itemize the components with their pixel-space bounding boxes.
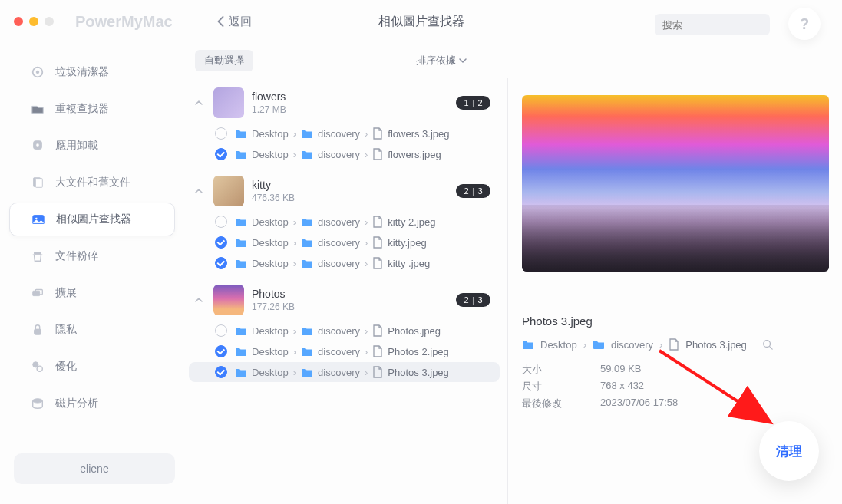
group-size: 177.26 KB	[252, 301, 295, 312]
checkbox[interactable]	[215, 216, 227, 228]
file-row[interactable]: Desktop›discovery›flowers.jpeg	[189, 144, 500, 164]
sidebar-icon	[31, 286, 45, 300]
search-field[interactable]	[662, 19, 791, 31]
chevron-right-icon: ›	[583, 339, 586, 351]
chevron-right-icon: ›	[293, 149, 296, 160]
detail-row: 最後修改2023/07/06 17:58	[522, 395, 822, 412]
checkbox[interactable]	[215, 236, 227, 249]
detail-row: 大小59.09 KB	[522, 361, 822, 378]
filename: Photos 3.jpeg	[388, 367, 449, 378]
sidebar-item-1[interactable]: 重複查找器	[9, 92, 175, 126]
chevron-up-icon[interactable]	[192, 186, 206, 196]
chevron-right-icon: ›	[659, 339, 662, 351]
user-chip[interactable]: eliene	[14, 453, 175, 484]
svg-point-14	[37, 366, 42, 371]
file-row[interactable]: Desktop›discovery›flowers 3.jpeg	[189, 124, 500, 143]
checkbox[interactable]	[215, 366, 227, 378]
sidebar-icon	[31, 249, 45, 263]
checkbox[interactable]	[215, 345, 227, 357]
file-path: Desktop›discovery›kitty 2.jpeg	[235, 216, 435, 228]
sidebar-item-5[interactable]: 文件粉碎	[9, 239, 175, 273]
path-segment: Desktop	[252, 149, 289, 160]
sidebar-item-3[interactable]: 大文件和舊文件	[9, 166, 175, 199]
chevron-up-icon[interactable]	[192, 98, 206, 107]
file-icon	[372, 366, 383, 378]
path-segment: Desktop	[252, 128, 289, 140]
sidebar-item-label: 垃圾清潔器	[55, 65, 109, 79]
chevron-right-icon: ›	[365, 258, 368, 269]
clean-button[interactable]: 清理	[759, 421, 819, 481]
sidebar-item-2[interactable]: 應用卸載	[9, 129, 175, 163]
sidebar-item-label: 優化	[55, 360, 77, 374]
sidebar-item-label: 擴展	[55, 286, 77, 300]
group-size: 1.27 MB	[252, 104, 286, 115]
folder-icon	[301, 128, 313, 139]
chevron-right-icon: ›	[293, 346, 296, 357]
sidebar-item-8[interactable]: 優化	[9, 350, 175, 384]
file-row[interactable]: Desktop›discovery›Photos 3.jpeg	[189, 362, 500, 382]
chevron-down-icon	[459, 57, 467, 64]
preview-path: Desktop›discovery›Photos 3.jpeg	[522, 338, 822, 351]
checkbox[interactable]	[215, 127, 227, 140]
help-button[interactable]: ?	[788, 8, 821, 40]
file-row[interactable]: Desktop›discovery›kitty 2.jpeg	[189, 212, 500, 232]
checkbox[interactable]	[215, 148, 227, 160]
checkbox[interactable]	[215, 257, 227, 269]
file-path: Desktop›discovery›kitty.jpeg	[235, 236, 427, 249]
sidebar-item-label: 重複查找器	[55, 102, 109, 116]
result-list[interactable]: flowers1.27 MB1|2Desktop›discovery›flowe…	[184, 78, 508, 504]
group-header[interactable]: kitty476.36 KB2|3	[184, 171, 504, 211]
preview-path-segment: Desktop	[540, 339, 577, 351]
folder-icon	[301, 325, 313, 336]
file-row[interactable]: Desktop›discovery›kitty.jpeg	[189, 232, 500, 252]
group: kitty476.36 KB2|3Desktop›discovery›kitty…	[184, 166, 504, 275]
file-path: Desktop›discovery›flowers.jpeg	[235, 148, 441, 160]
sidebar-item-6[interactable]: 擴展	[9, 276, 175, 310]
group-count-badge: 2|3	[456, 184, 490, 198]
file-row[interactable]: Desktop›discovery›Photos.jpeg	[189, 321, 500, 341]
file-icon	[372, 148, 383, 160]
group-thumbnail	[213, 176, 244, 206]
detail-key: 尺寸	[522, 380, 565, 394]
preview-path-segment: discovery	[611, 339, 653, 351]
sort-button[interactable]: 排序依據	[416, 54, 467, 68]
checkbox[interactable]	[215, 324, 227, 337]
group: Photos177.26 KB2|3Desktop›discovery›Phot…	[184, 275, 504, 384]
sidebar-item-4[interactable]: 相似圖片查找器	[9, 203, 175, 236]
file-row[interactable]: Desktop›discovery›kitty .jpeg	[189, 253, 500, 273]
file-icon	[372, 345, 383, 357]
folder-icon	[235, 128, 247, 139]
window-traffic-lights[interactable]	[14, 17, 54, 26]
group-count-badge: 1|2	[456, 96, 490, 110]
sidebar-icon	[31, 323, 45, 337]
folder-icon	[301, 237, 313, 248]
chevron-up-icon[interactable]	[192, 295, 206, 305]
filename: flowers.jpeg	[388, 149, 441, 160]
sidebar-icon	[31, 65, 45, 79]
sidebar-icon	[31, 397, 45, 410]
svg-rect-12	[35, 329, 41, 334]
group-size: 476.36 KB	[252, 193, 295, 203]
search-input[interactable]	[655, 14, 770, 35]
file-icon	[372, 257, 383, 269]
sidebar-item-9[interactable]: 磁片分析	[9, 387, 175, 420]
app-title: PowerMyMac	[75, 13, 173, 31]
group-header[interactable]: flowers1.27 MB1|2	[184, 83, 504, 123]
path-segment: Desktop	[252, 258, 289, 269]
reveal-icon[interactable]	[762, 339, 773, 350]
file-row[interactable]: Desktop›discovery›Photos 2.jpeg	[189, 341, 500, 361]
sidebar-item-label: 隱私	[55, 323, 77, 337]
sidebar-item-7[interactable]: 隱私	[9, 313, 175, 347]
preview-filename-crumb: Photos 3.jpeg	[685, 339, 747, 351]
detail-key: 最後修改	[522, 397, 565, 410]
back-button[interactable]: 返回	[217, 15, 252, 29]
auto-select-button[interactable]: 自動選擇	[195, 50, 253, 71]
sidebar-item-label: 相似圖片查找器	[56, 212, 131, 226]
filename: kitty .jpeg	[388, 258, 430, 269]
chevron-right-icon: ›	[293, 216, 296, 228]
filename: flowers 3.jpeg	[388, 128, 449, 140]
group-header[interactable]: Photos177.26 KB2|3	[184, 280, 504, 320]
file-icon	[669, 338, 679, 351]
chevron-right-icon: ›	[365, 367, 368, 378]
sidebar-item-0[interactable]: 垃圾清潔器	[9, 55, 175, 89]
